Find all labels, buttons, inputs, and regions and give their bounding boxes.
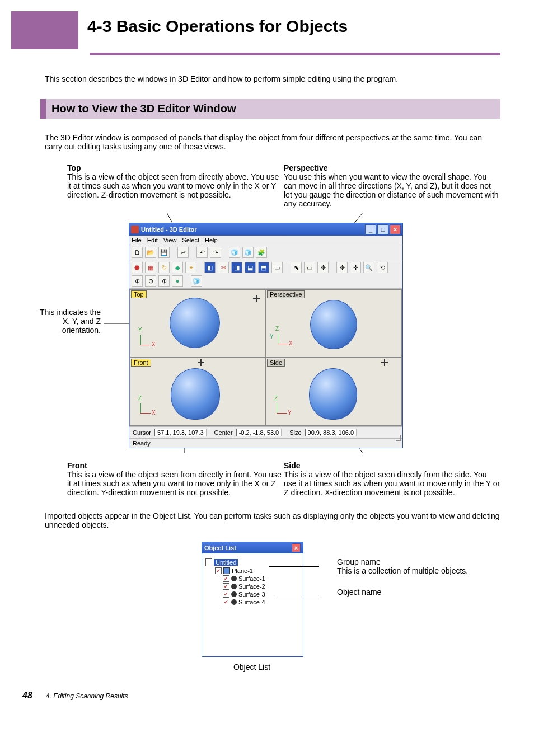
rotate-icon[interactable]: ⟲ [377,262,388,273]
viewport-perspective[interactable]: Perspective X Z Y [266,290,401,357]
annotation-line [274,598,319,598]
axis-z: Z [138,395,142,401]
status-cursor-value: 57.1, 19.3, 107.3 [154,429,207,436]
menu-file[interactable]: File [132,237,142,243]
view-perspective-desc: Perspective You use this when you want t… [284,163,500,208]
object-tree: Untitled ✔ Plane-1 ✔Surface-1 ✔Surface-2… [202,553,303,656]
minimize-button[interactable]: _ [365,224,376,234]
annotation-line [269,566,319,567]
tool-icon[interactable]: ⬣ [132,262,143,273]
app-icon [131,226,139,233]
object-list-caption: Object List [202,663,302,672]
tool-icon[interactable]: ✦ [185,262,196,273]
view-icon[interactable]: ⊕ [158,275,170,287]
view-side-text: This is a view of the object seen direct… [284,470,500,497]
tree-item[interactable]: ✔Surface-4 [205,598,299,606]
document-icon [205,558,212,566]
view-perspective-label: Perspective [284,163,500,172]
menu-select[interactable]: Select [182,237,199,243]
tree-item-label: Surface-1 [238,575,265,582]
object-list-titlebar[interactable]: Object List × [202,542,303,553]
objlist-annotations: Group name This is a collection of multi… [337,542,468,657]
tool-a-icon[interactable]: 🧊 [229,247,240,258]
axis-y: Y [270,334,274,340]
zoom-icon[interactable]: 🔍 [363,262,374,273]
surface-icon [231,591,237,597]
section-header: How to View the 3D Editor Window [40,99,500,119]
checkbox-icon[interactable]: ✔ [223,591,229,598]
undo-button[interactable]: ↶ [196,247,208,258]
object-list-window: Object List × Untitled ✔ Plane-1 ✔Surfac… [202,542,303,657]
tool-icon[interactable]: ◧ [204,262,216,273]
toolbar-1: 🗋 📂 💾 ✂ ↶ ↷ 🧊 🧊 🧩 [129,245,402,260]
axis-y: Y [288,410,292,416]
tool-icon[interactable]: ◆ [172,262,183,273]
checkbox-icon[interactable]: ✔ [223,583,229,590]
move-icon[interactable]: ✛ [350,262,361,273]
viewport-side-label: Side [267,359,285,367]
pan-icon[interactable]: ✥ [336,262,348,273]
tree-item[interactable]: ✔Surface-2 [205,583,299,590]
tool-c-icon[interactable]: 🧩 [256,247,267,258]
axis-y: Y [138,327,142,333]
render-icon[interactable]: ● [172,275,183,287]
close-button[interactable]: × [390,224,401,234]
view-icon[interactable]: ⊕ [132,275,143,287]
select-rect-icon[interactable]: ▭ [304,262,315,273]
intro-paragraph: This section describes the windows in 3D… [45,74,500,83]
viewport-top-label: Top [131,290,147,298]
ready-bar: Ready [129,438,402,448]
resize-handle-icon[interactable] [396,435,401,441]
page-number: 48 [22,691,32,701]
open-button[interactable]: 📂 [145,247,156,258]
object-name-annot-title: Object name [337,588,468,597]
group-icon [223,567,230,574]
group-name-annot-text: This is a collection of multiple objects… [337,566,468,575]
chapter-reference: 4. Editing Scanning Results [46,692,128,700]
crosshair-icon [381,359,388,366]
tool-icon[interactable]: ✥ [317,262,329,273]
checkbox-icon[interactable]: ✔ [223,599,229,605]
tool-icon[interactable]: ✂ [218,262,229,273]
menu-help[interactable]: Help [205,237,218,243]
select-icon[interactable]: ⬉ [291,262,302,273]
viewport-top[interactable]: Top X Y [130,290,265,357]
editor-titlebar[interactable]: Untitled - 3D Editor _ □ × [129,223,402,236]
view-front-text: This is a view of the object seen from d… [67,470,284,497]
tool-icon[interactable]: ▦ [145,262,156,273]
surface-icon [231,599,237,605]
cube-icon[interactable]: 🧊 [191,275,202,287]
tool-icon[interactable]: ◨ [231,262,242,273]
viewport-grid: Top X Y Perspective [129,289,402,426]
window-title: Untitled - 3D Editor [141,226,197,233]
tree-item[interactable]: ✔Surface-1 [205,575,299,583]
tree-root[interactable]: Untitled [205,558,299,567]
tool-icon[interactable]: ▭ [271,262,283,273]
tree-item[interactable]: ✔Surface-3 [205,590,299,598]
cut-button[interactable]: ✂ [177,247,189,258]
object-list-title: Object List [204,544,236,551]
section-title: How to View the 3D Editor Window [51,102,495,115]
checkbox-icon[interactable]: ✔ [215,567,222,574]
tree-group[interactable]: ✔ Plane-1 [205,567,299,575]
save-button[interactable]: 💾 [158,247,170,258]
tool-icon[interactable]: ⬒ [258,262,269,273]
tool-icon[interactable]: ⬓ [245,262,256,273]
viewport-front[interactable]: Front X Z [130,358,265,425]
chapter-title: 4-3 Basic Operations for Objects [78,11,500,49]
close-button[interactable]: × [292,543,301,552]
view-icon[interactable]: ⊕ [145,275,156,287]
new-button[interactable]: 🗋 [132,247,143,258]
view-top-label: Top [67,163,284,172]
status-bar: Cursor57.1, 19.3, 107.3 Center-0.2, -1.8… [129,426,402,438]
checkbox-icon[interactable]: ✔ [223,575,229,582]
tool-b-icon[interactable]: 🧊 [242,247,254,258]
menu-edit[interactable]: Edit [147,237,158,243]
menu-view[interactable]: View [163,237,177,243]
redo-button[interactable]: ↷ [210,247,221,258]
tool-icon[interactable]: ↻ [158,262,170,273]
tree-item-label: Surface-2 [238,583,265,590]
viewport-side[interactable]: Side Y Z [266,358,401,425]
chapter-header: 4-3 Basic Operations for Objects [11,11,500,49]
maximize-button[interactable]: □ [377,224,388,234]
